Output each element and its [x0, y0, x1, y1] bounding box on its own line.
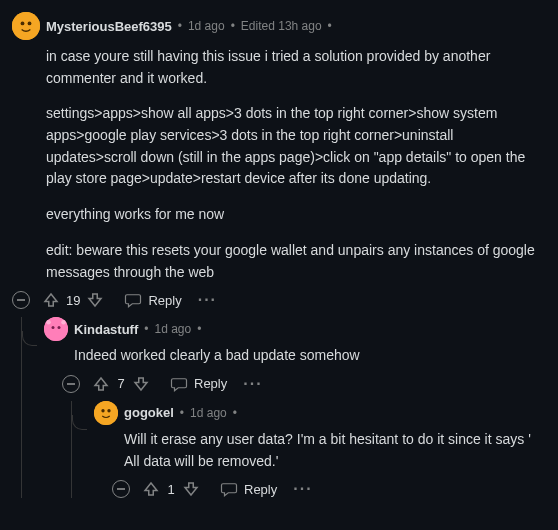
timestamp: 1d ago: [154, 322, 191, 336]
comment-actions: 1 Reply ···: [112, 480, 542, 498]
more-button[interactable]: ···: [194, 291, 221, 309]
meta-separator: •: [144, 322, 148, 336]
reply-button[interactable]: Reply: [124, 291, 181, 309]
upvote-button[interactable]: [142, 480, 160, 498]
meta-separator: •: [180, 406, 184, 420]
more-button[interactable]: ···: [289, 480, 316, 498]
downvote-button[interactable]: [86, 291, 104, 309]
collapse-button[interactable]: [12, 291, 30, 309]
comment-header: gogokel • 1d ago •: [94, 401, 542, 425]
comment-icon: [170, 375, 188, 393]
comment: MysteriousBeef6395 • 1d ago • Edited 13h…: [12, 12, 542, 498]
thread-line: gogokel • 1d ago • Will it erase any use…: [71, 401, 542, 498]
comment-header: MysteriousBeef6395 • 1d ago • Edited 13h…: [12, 12, 542, 40]
thread-line: Kindastuff • 1d ago • Indeed worked clea…: [21, 317, 542, 498]
avatar[interactable]: [12, 12, 40, 40]
reply-label: Reply: [194, 376, 227, 391]
comment-header: Kindastuff • 1d ago •: [44, 317, 542, 341]
comment-text: Indeed worked clearly a bad update someh…: [74, 345, 542, 367]
svg-point-6: [58, 326, 61, 329]
timestamp: 1d ago: [188, 19, 225, 33]
vote-score: 7: [116, 376, 126, 391]
comment-body: Will it erase any user data? I'm a bit h…: [124, 429, 542, 472]
downvote-button[interactable]: [182, 480, 200, 498]
svg-point-11: [101, 409, 104, 412]
comment-text: Will it erase any user data? I'm a bit h…: [124, 429, 542, 472]
collapse-button[interactable]: [62, 375, 80, 393]
comment: Kindastuff • 1d ago • Indeed worked clea…: [22, 317, 542, 498]
svg-point-7: [46, 320, 51, 325]
username[interactable]: MysteriousBeef6395: [46, 19, 172, 34]
upvote-button[interactable]: [92, 375, 110, 393]
svg-point-10: [94, 401, 118, 425]
downvote-button[interactable]: [132, 375, 150, 393]
vote-group: 19: [42, 291, 104, 309]
meta-separator: •: [197, 322, 201, 336]
collapse-button[interactable]: [112, 480, 130, 498]
reply-button[interactable]: Reply: [220, 480, 277, 498]
meta-separator: •: [231, 19, 235, 33]
comment-icon: [220, 480, 238, 498]
meta-separator: •: [233, 406, 237, 420]
svg-point-1: [21, 21, 25, 25]
comment: gogokel • 1d ago • Will it erase any use…: [72, 401, 542, 498]
edited-timestamp: Edited 13h ago: [241, 19, 322, 33]
vote-score: 19: [66, 293, 80, 308]
comment-actions: 7 Reply ···: [62, 375, 542, 393]
svg-point-0: [12, 12, 40, 40]
svg-point-8: [61, 320, 66, 325]
meta-separator: •: [178, 19, 182, 33]
comment-actions: 19 Reply ···: [12, 291, 542, 309]
vote-group: 1: [142, 480, 200, 498]
comment-text: in case youre still having this issue i …: [46, 46, 542, 89]
svg-point-2: [28, 21, 32, 25]
comment-icon: [124, 291, 142, 309]
reply-button[interactable]: Reply: [170, 375, 227, 393]
reply-label: Reply: [148, 293, 181, 308]
comment-text: everything works for me now: [46, 204, 542, 226]
avatar[interactable]: [94, 401, 118, 425]
svg-point-5: [52, 326, 55, 329]
vote-group: 7: [92, 375, 150, 393]
comment-text: settings>apps>show all apps>3 dots in th…: [46, 103, 542, 190]
comment-body: in case youre still having this issue i …: [46, 46, 542, 283]
vote-score: 1: [166, 482, 176, 497]
comment-body: Indeed worked clearly a bad update someh…: [74, 345, 542, 367]
upvote-button[interactable]: [42, 291, 60, 309]
comment-text: edit: beware this resets your google wal…: [46, 240, 542, 283]
username[interactable]: Kindastuff: [74, 322, 138, 337]
meta-separator: •: [328, 19, 332, 33]
avatar[interactable]: [44, 317, 68, 341]
timestamp: 1d ago: [190, 406, 227, 420]
username[interactable]: gogokel: [124, 405, 174, 420]
svg-point-12: [107, 409, 110, 412]
reply-label: Reply: [244, 482, 277, 497]
more-button[interactable]: ···: [239, 375, 266, 393]
